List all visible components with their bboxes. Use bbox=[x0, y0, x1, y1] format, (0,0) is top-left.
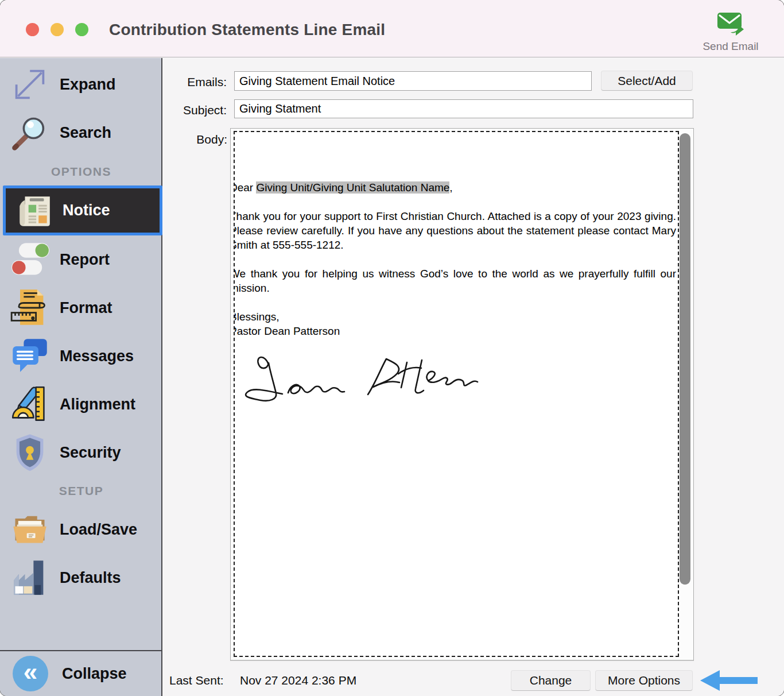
sidebar-item-label: Defaults bbox=[60, 569, 121, 587]
send-email-button[interactable]: Send Email bbox=[693, 9, 768, 55]
body-paragraph: Thank you for your support to First Chri… bbox=[234, 209, 676, 252]
search-icon bbox=[0, 113, 60, 152]
expand-icon bbox=[0, 65, 60, 104]
sidebar-section-options: OPTIONS bbox=[0, 165, 162, 179]
emails-input[interactable] bbox=[234, 71, 592, 91]
alignment-icon bbox=[0, 385, 60, 424]
collapse-label: Collapse bbox=[62, 665, 127, 683]
select-add-button[interactable]: Select/Add bbox=[601, 71, 692, 90]
sidebar-item-expand[interactable]: Expand bbox=[0, 60, 162, 109]
messages-icon bbox=[0, 337, 60, 376]
sidebar-item-report[interactable]: Report bbox=[0, 235, 162, 284]
security-shield-icon bbox=[0, 433, 60, 472]
minimize-window-button[interactable] bbox=[51, 23, 64, 36]
sidebar-item-notice[interactable]: Notice bbox=[3, 185, 162, 235]
sidebar-item-format[interactable]: Format bbox=[0, 284, 162, 332]
sidebar-collapse-button[interactable]: « Collapse bbox=[0, 651, 162, 696]
subject-input[interactable] bbox=[234, 99, 693, 118]
notice-icon bbox=[6, 192, 63, 230]
sidebar-item-label: Format bbox=[60, 299, 112, 317]
sidebar-item-label: Alignment bbox=[60, 396, 135, 413]
more-options-button[interactable]: More Options bbox=[596, 671, 692, 690]
format-icon bbox=[0, 288, 60, 327]
send-email-label: Send Email bbox=[693, 40, 768, 53]
titlebar: Contribution Statements Line Email Send … bbox=[0, 0, 784, 57]
sidebar-item-label: Security bbox=[60, 444, 121, 462]
change-button[interactable]: Change bbox=[511, 671, 590, 690]
sidebar: Expand Search OPTIONS bbox=[0, 58, 162, 696]
sidebar-item-alignment[interactable]: Alignment bbox=[0, 380, 162, 428]
collapse-icon: « bbox=[13, 656, 48, 691]
merge-field-highlight: Giving Unit/Giving Unit Salutation Name bbox=[256, 181, 449, 194]
sidebar-item-defaults[interactable]: Defaults bbox=[0, 554, 162, 602]
subject-label: Subject: bbox=[167, 103, 227, 117]
body-label: Body: bbox=[184, 133, 227, 146]
signature-name-line: Pastor Dean Patterson bbox=[234, 324, 676, 338]
body-text-area[interactable]: Dear Giving Unit/Giving Unit Salutation … bbox=[234, 131, 679, 657]
body-paragraph: We thank you for helping us witness God’… bbox=[234, 266, 676, 295]
send-email-icon bbox=[693, 10, 768, 38]
sidebar-item-label: Search bbox=[60, 124, 111, 142]
close-window-button[interactable] bbox=[26, 23, 39, 36]
sidebar-item-search[interactable]: Search bbox=[0, 109, 162, 157]
sidebar-item-label: Expand bbox=[60, 76, 116, 94]
emails-label: Emails: bbox=[174, 75, 227, 89]
handwritten-signature bbox=[239, 351, 480, 408]
sidebar-section-setup: SETUP bbox=[0, 484, 162, 498]
report-toggles-icon bbox=[0, 240, 60, 279]
zoom-window-button[interactable] bbox=[75, 23, 88, 36]
sidebar-item-security[interactable]: Security bbox=[0, 428, 162, 477]
annotation-arrow-icon bbox=[700, 670, 758, 693]
last-sent-label: Last Sent: bbox=[169, 674, 224, 687]
sidebar-item-label: Notice bbox=[63, 202, 110, 219]
sidebar-item-messages[interactable]: Messages bbox=[0, 332, 162, 380]
sidebar-item-load-save[interactable]: Load/Save bbox=[0, 505, 162, 554]
main-panel: Emails: Select/Add Subject: Body: Dear G… bbox=[162, 58, 784, 696]
sidebar-item-label: Messages bbox=[60, 347, 134, 365]
email-body-content: Dear Giving Unit/Giving Unit Salutation … bbox=[234, 132, 676, 408]
window-title: Contribution Statements Line Email bbox=[109, 21, 385, 39]
closing-line: Blessings, bbox=[234, 310, 676, 324]
folder-icon bbox=[0, 510, 60, 549]
body-scrollbar-thumb[interactable] bbox=[680, 133, 690, 585]
factory-icon bbox=[0, 558, 60, 597]
sidebar-item-label: Report bbox=[60, 251, 110, 269]
salutation-line: Dear Giving Unit/Giving Unit Salutation … bbox=[234, 180, 676, 195]
app-window: Contribution Statements Line Email Send … bbox=[0, 0, 784, 696]
sidebar-item-label: Load/Save bbox=[60, 521, 137, 539]
last-sent-value: Nov 27 2024 2:36 PM bbox=[240, 674, 356, 687]
body-editor: Dear Giving Unit/Giving Unit Salutation … bbox=[230, 128, 694, 661]
